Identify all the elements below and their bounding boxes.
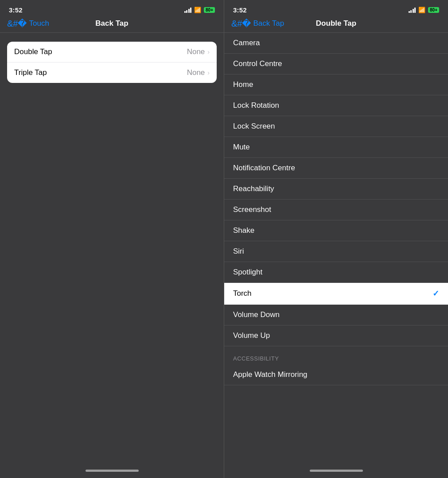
list-item-label: Shake	[233, 226, 254, 235]
right-status-icons: 📶 80+	[409, 7, 439, 13]
left-signal-icon	[184, 8, 192, 13]
list-item-label: Camera	[233, 39, 260, 47]
list-item-label: Control Centre	[233, 59, 282, 68]
list-item[interactable]: Reachability	[224, 179, 448, 200]
list-item[interactable]: Spotlight	[224, 262, 448, 283]
list-item[interactable]: Siri	[224, 241, 448, 262]
right-time: 3:52	[233, 6, 247, 14]
list-item[interactable]: Torch✓	[224, 283, 448, 305]
left-back-label: Touch	[29, 19, 49, 28]
left-nav-bar: &#� Touch Back Tap	[0, 16, 224, 32]
right-wifi-icon: 📶	[418, 7, 425, 13]
triple-tap-value: None ›	[187, 68, 210, 77]
list-item[interactable]: Screenshot	[224, 200, 448, 220]
right-battery: 80+	[428, 7, 439, 13]
list-item[interactable]: Camera	[224, 33, 448, 54]
triple-tap-row[interactable]: Triple Tap None ›	[7, 62, 217, 83]
right-nav-title: Double Tap	[316, 19, 356, 28]
list-item[interactable]: Lock Rotation	[224, 95, 448, 116]
right-back-button[interactable]: &#� Back Tap	[231, 19, 284, 28]
list-item-label: Screenshot	[233, 205, 271, 214]
left-status-bar: 3:52 📶 80+	[0, 0, 224, 16]
left-content: Double Tap None › Triple Tap None ›	[0, 33, 224, 466]
triple-tap-value-text: None	[187, 68, 205, 77]
list-item[interactable]: Control Centre	[224, 54, 448, 74]
double-tap-value-text: None	[187, 47, 205, 56]
triple-tap-chevron-icon: ›	[207, 69, 210, 76]
list-item[interactable]: Notification Centre	[224, 158, 448, 179]
double-tap-label: Double Tap	[14, 47, 52, 56]
right-home-pill	[310, 470, 363, 472]
list-item[interactable]: Mute	[224, 137, 448, 158]
list-item-label: Lock Rotation	[233, 101, 279, 110]
list-item-label: Volume Down	[233, 310, 280, 319]
list-item[interactable]: Volume Up	[224, 325, 448, 346]
left-back-button[interactable]: &#� Touch	[7, 19, 49, 28]
double-tap-chevron-icon: ›	[207, 48, 210, 55]
list-item[interactable]: Apple Watch Mirroring	[224, 364, 448, 385]
list-item[interactable]: Shake	[224, 220, 448, 241]
left-status-icons: 📶 80+	[184, 7, 215, 13]
double-tap-row[interactable]: Double Tap None ›	[7, 42, 217, 62]
list-item-label: Mute	[233, 143, 250, 152]
list-item-label: Volume Up	[233, 331, 270, 340]
list-item-label: Reachability	[233, 184, 274, 193]
left-panel: 3:52 📶 80+ &#� Touch Back Tap Double Tap…	[0, 0, 224, 478]
right-panel: 3:52 📶 80+ &#� Back Tap Double Tap Camer…	[224, 0, 448, 478]
list-item-label: Spotlight	[233, 268, 262, 277]
section-header: ACCESSIBILITY	[224, 346, 448, 364]
left-time: 3:52	[9, 6, 23, 14]
left-back-chevron-icon: &#�	[7, 19, 27, 28]
right-home-bar	[224, 466, 448, 478]
double-tap-value: None ›	[187, 47, 210, 56]
list-item-label: Siri	[233, 247, 244, 256]
right-list[interactable]: CameraControl CentreHomeLock RotationLoc…	[224, 33, 448, 466]
checkmark-icon: ✓	[432, 289, 439, 298]
triple-tap-label: Triple Tap	[14, 68, 47, 77]
list-item-label: Torch	[233, 289, 252, 298]
list-item[interactable]: Volume Down	[224, 305, 448, 325]
list-item-label: Notification Centre	[233, 164, 295, 172]
left-home-pill	[86, 470, 139, 472]
list-item-label: Home	[233, 80, 253, 89]
right-nav-bar: &#� Back Tap Double Tap	[224, 16, 448, 32]
list-item[interactable]: Lock Screen	[224, 116, 448, 137]
left-wifi-icon: 📶	[194, 7, 201, 13]
list-item-label: Apple Watch Mirroring	[233, 370, 308, 379]
list-item-label: Lock Screen	[233, 122, 275, 131]
right-back-chevron-icon: &#�	[231, 19, 251, 28]
left-battery: 80+	[204, 7, 215, 13]
left-settings-card: Double Tap None › Triple Tap None ›	[7, 42, 217, 83]
left-home-bar	[0, 466, 224, 478]
right-back-label: Back Tap	[253, 19, 284, 28]
left-nav-title: Back Tap	[95, 19, 128, 28]
list-item[interactable]: Home	[224, 74, 448, 95]
right-signal-icon	[409, 8, 416, 13]
right-status-bar: 3:52 📶 80+	[224, 0, 448, 16]
